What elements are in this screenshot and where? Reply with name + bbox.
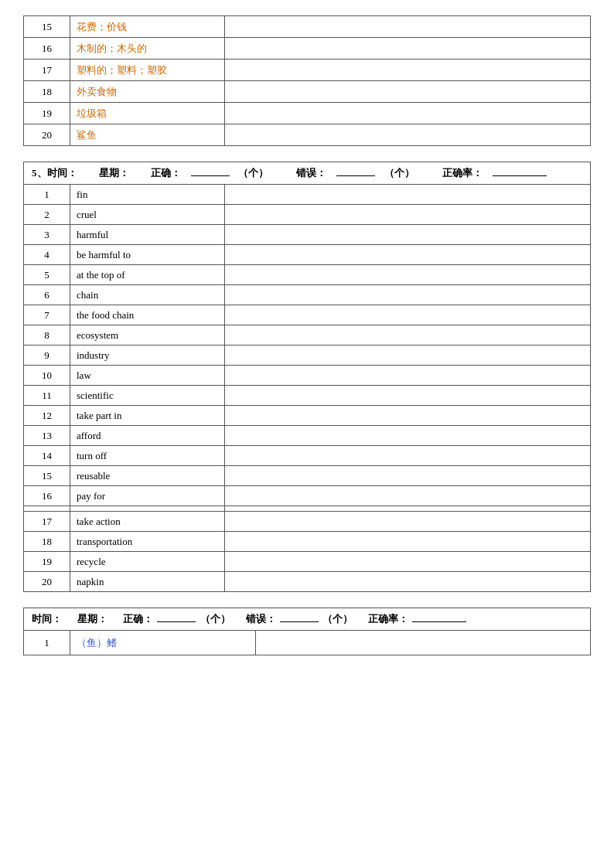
answer-cell[interactable] xyxy=(225,124,591,146)
answer-cell[interactable] xyxy=(225,285,591,305)
row-number: 4 xyxy=(24,245,70,265)
english-word: chain xyxy=(70,285,225,305)
answer-cell[interactable] xyxy=(256,631,591,655)
section6-rate-blank[interactable] xyxy=(412,621,466,622)
answer-cell[interactable] xyxy=(225,466,591,486)
table-row: 16 pay for xyxy=(24,486,591,506)
row-number: 16 xyxy=(24,486,70,506)
english-word: afford xyxy=(70,426,225,446)
table-row: 16 木制的；木头的 xyxy=(24,38,591,60)
row-number: 19 xyxy=(24,103,70,124)
answer-cell[interactable] xyxy=(225,245,591,265)
english-word: harmful xyxy=(70,225,225,245)
row-number: 19 xyxy=(24,552,70,572)
table-row: 3 harmful xyxy=(24,225,591,245)
table-row: 19 recycle xyxy=(24,552,591,572)
english-word: reusable xyxy=(70,466,225,486)
english-word: turn off xyxy=(70,446,225,466)
correct-blank[interactable] xyxy=(191,175,230,176)
section5-header: 5、时间： 星期： 正确： （个） 错误： （个） 正确率： xyxy=(23,162,591,184)
answer-cell[interactable] xyxy=(225,205,591,225)
english-word: law xyxy=(70,366,225,386)
row-number: 18 xyxy=(24,81,70,103)
answer-cell[interactable] xyxy=(225,81,591,103)
section5-error-label: 错误： （个） xyxy=(296,166,421,180)
row-number: 20 xyxy=(24,572,70,592)
row-number: 7 xyxy=(24,305,70,325)
answer-cell[interactable] xyxy=(225,103,591,124)
answer-cell[interactable] xyxy=(225,366,591,386)
answer-cell[interactable] xyxy=(225,426,591,446)
answer-cell[interactable] xyxy=(225,265,591,285)
row-number: 17 xyxy=(24,512,70,532)
english-word: industry xyxy=(70,345,225,366)
answer-cell[interactable] xyxy=(225,532,591,552)
answer-cell[interactable] xyxy=(225,60,591,81)
table-row: 13 afford xyxy=(24,426,591,446)
row-number: 14 xyxy=(24,446,70,466)
row-number: 1 xyxy=(24,631,70,655)
english-word: napkin xyxy=(70,572,225,592)
row-number: 17 xyxy=(24,60,70,81)
row-number: 15 xyxy=(24,16,70,38)
table-row: 20 鲨鱼 xyxy=(24,124,591,146)
section6-time-label: 时间： xyxy=(32,612,62,626)
answer-cell[interactable] xyxy=(225,185,591,205)
rate-blank[interactable] xyxy=(493,175,547,176)
table-row: 12 take part in xyxy=(24,406,591,426)
row-number: 15 xyxy=(24,466,70,486)
english-word: recycle xyxy=(70,552,225,572)
section6-error-blank[interactable] xyxy=(280,621,319,622)
english-word: take part in xyxy=(70,406,225,426)
answer-cell[interactable] xyxy=(225,16,591,38)
chinese-meaning: 垃圾箱 xyxy=(70,103,225,124)
vocab-section-top: 15 花费；价钱 16 木制的；木头的 17 塑料的；塑料；塑胶 18 外卖食物… xyxy=(23,15,591,146)
english-word: transportation xyxy=(70,532,225,552)
table-row: 19 垃圾箱 xyxy=(24,103,591,124)
table-row: 18 外卖食物 xyxy=(24,81,591,103)
section6-correct-label: 正确： （个） xyxy=(123,612,230,626)
section5-word-table: 1 fin 2 cruel 3 harmful 4 be harmful to … xyxy=(23,184,591,592)
section6-chinese-table: 1 （鱼）鳍 xyxy=(23,630,591,655)
answer-cell[interactable] xyxy=(225,38,591,60)
answer-cell[interactable] xyxy=(225,345,591,366)
answer-cell[interactable] xyxy=(225,446,591,466)
chinese-meaning: 外卖食物 xyxy=(70,81,225,103)
english-word: pay for xyxy=(70,486,225,506)
english-word: the food chain xyxy=(70,305,225,325)
english-word: be harmful to xyxy=(70,245,225,265)
english-word: take action xyxy=(70,512,225,532)
table-row: 14 turn off xyxy=(24,446,591,466)
table-row: 2 cruel xyxy=(24,205,591,225)
table-row: 1 （鱼）鳍 xyxy=(24,631,591,655)
row-number: 11 xyxy=(24,386,70,406)
answer-cell[interactable] xyxy=(225,406,591,426)
answer-cell[interactable] xyxy=(225,512,591,532)
answer-cell[interactable] xyxy=(225,225,591,245)
row-number: 13 xyxy=(24,426,70,446)
section5-label: 5、时间： xyxy=(32,166,77,180)
section5-weekday-label: 星期： xyxy=(99,166,129,180)
answer-cell[interactable] xyxy=(225,486,591,506)
table-row: 10 law xyxy=(24,366,591,386)
row-number: 18 xyxy=(24,532,70,552)
section6-correct-blank[interactable] xyxy=(157,621,196,622)
section6-error-label: 错误： （个） xyxy=(246,612,353,626)
row-number: 3 xyxy=(24,225,70,245)
chinese-meaning: 花费；价钱 xyxy=(70,16,225,38)
table-row: 11 scientific xyxy=(24,386,591,406)
section6-header: 时间： 星期： 正确： （个） 错误： （个） 正确率： xyxy=(23,608,591,630)
row-number: 8 xyxy=(24,325,70,345)
answer-cell[interactable] xyxy=(225,552,591,572)
chinese-meaning: 鲨鱼 xyxy=(70,124,225,146)
error-blank[interactable] xyxy=(336,175,375,176)
row-number: 5 xyxy=(24,265,70,285)
row-number: 10 xyxy=(24,366,70,386)
answer-cell[interactable] xyxy=(225,386,591,406)
answer-cell[interactable] xyxy=(225,572,591,592)
section5-correct-label: 正确： （个） xyxy=(151,166,275,180)
answer-cell[interactable] xyxy=(225,305,591,325)
answer-cell[interactable] xyxy=(225,325,591,345)
table-row: 6 chain xyxy=(24,285,591,305)
table-row: 7 the food chain xyxy=(24,305,591,325)
